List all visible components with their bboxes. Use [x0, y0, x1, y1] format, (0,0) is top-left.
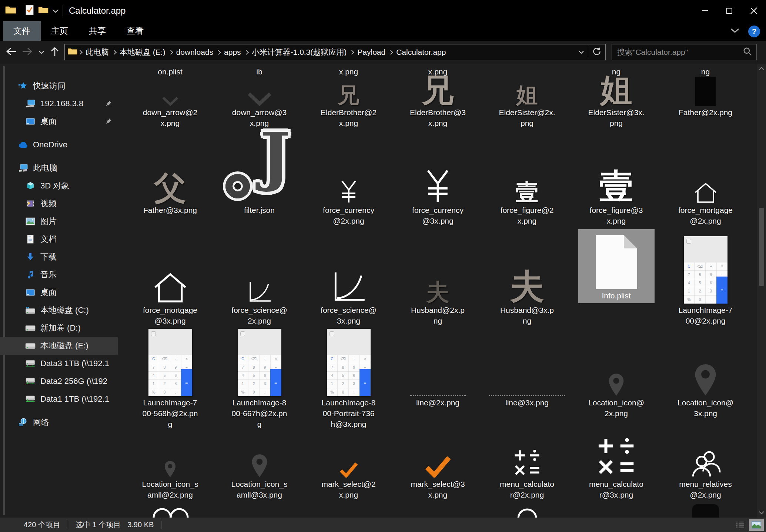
file-item[interactable] — [126, 504, 215, 518]
scroll-down-icon[interactable] — [757, 511, 766, 515]
content-scrollbar[interactable] — [757, 64, 766, 518]
file-item[interactable]: 姐ElderSister@2x.png — [482, 78, 572, 130]
sidebar-item-6[interactable]: 视频 — [0, 195, 118, 213]
sidebar-item-10[interactable]: 音乐 — [0, 266, 118, 284]
location-pin-icon — [251, 454, 268, 478]
file-item[interactable]: Location_icon@2x.png — [572, 327, 661, 436]
file-item[interactable]: 夫Husband@3x.png — [482, 227, 572, 327]
sidebar-item-13[interactable]: 新加卷 (D:) — [0, 319, 118, 337]
file-item[interactable] — [482, 504, 572, 518]
file-item[interactable]: C⌫÷×789−456+123%0. = LaunchImage-700-568… — [126, 327, 215, 436]
address-bar[interactable]: 此电脑本地磁盘 (E:)downloadsapps小米计算器-1.0.3(越狱应… — [64, 44, 606, 60]
sidebar-item-11[interactable]: 桌面 — [0, 284, 118, 301]
file-item[interactable]: Jfilter.json — [215, 130, 304, 227]
address-history-chevron-icon[interactable] — [578, 49, 584, 56]
file-item[interactable]: C⌫÷×789−456+123%0. = LaunchImage-700@2x.… — [661, 227, 750, 327]
tab-3[interactable]: 查看 — [116, 21, 154, 41]
picture-icon — [25, 217, 36, 226]
file-item[interactable]: 壹force_figure@3x.png — [572, 130, 661, 227]
sidebar-item-16[interactable]: Data2 256G (\\192 — [0, 372, 118, 390]
breadcrumb-item[interactable]: downloads — [173, 47, 217, 57]
file-item[interactable]: force_mortgage@3x.png — [126, 227, 215, 327]
file-item[interactable]: force_science@2x.png — [215, 227, 304, 327]
sidebar-item-14[interactable]: 本地磁盘 (E:) — [0, 337, 118, 355]
file-item[interactable]: C⌫÷×789−456+123%0. = LaunchImage-800-Por… — [304, 327, 393, 436]
sidebar-item-18[interactable]: 网络 — [0, 414, 118, 431]
file-item[interactable]: Location_icon_samll@2x.png — [126, 436, 215, 504]
back-button[interactable] — [6, 47, 16, 57]
file-item[interactable]: mark_select@2x.png — [304, 436, 393, 504]
sidebar-item-1[interactable]: 192.168.3.8 — [0, 95, 118, 113]
sidebar-item-0[interactable]: 快速访问 — [0, 77, 118, 95]
thumbnail-view-button[interactable] — [749, 519, 764, 531]
new-folder-icon[interactable] — [38, 6, 48, 16]
sidebar-item-8[interactable]: 文档 — [0, 230, 118, 248]
scroll-up-icon[interactable] — [757, 67, 766, 70]
up-button[interactable] — [50, 47, 59, 58]
file-item[interactable]: ng — [661, 64, 750, 78]
file-item[interactable]: Info.plist — [572, 227, 661, 327]
file-item[interactable]: force_currency@2x.png — [304, 130, 393, 227]
close-button[interactable] — [742, 0, 766, 21]
sidebar-item-4[interactable]: 此电脑 — [0, 159, 118, 177]
sidebar-item-2[interactable]: 桌面 — [0, 113, 118, 130]
sidebar-item-3[interactable]: OneDrive — [0, 136, 118, 154]
file-item[interactable]: C⌫÷×789−456+123%0. = LaunchImage-800-667… — [215, 327, 304, 436]
file-item[interactable]: line@2x.png — [393, 327, 482, 436]
sidebar-item-17[interactable]: Data1 1TB (\\192.1 — [0, 390, 118, 408]
file-item[interactable] — [661, 504, 750, 518]
file-item[interactable]: line@3x.png — [482, 327, 572, 436]
file-item[interactable]: 壹force_figure@2x.png — [482, 130, 572, 227]
file-item[interactable]: 兄ElderBrother@2x.png — [304, 78, 393, 130]
file-item[interactable]: menu_relatives@2x.png — [661, 436, 750, 504]
help-icon[interactable]: ? — [748, 26, 760, 37]
breadcrumb-item[interactable]: Calculator.app — [393, 47, 449, 57]
details-view-button[interactable] — [733, 519, 747, 531]
cjk-glyph-icon: 姐 — [601, 74, 632, 106]
file-item[interactable]: menu_calculator@3x.png — [572, 436, 661, 504]
file-item[interactable]: ib — [215, 64, 304, 78]
file-item[interactable]: 姐ElderSister@3x.png — [572, 78, 661, 130]
scrollbar-thumb[interactable] — [759, 208, 764, 286]
properties-check-icon[interactable] — [26, 5, 34, 17]
breadcrumb-item[interactable]: 本地磁盘 (E:) — [116, 46, 169, 58]
recent-locations-chevron-icon[interactable] — [39, 49, 44, 56]
file-item[interactable]: x.png — [304, 64, 393, 78]
qat-customize-chevron-icon[interactable] — [53, 7, 58, 14]
tab-0[interactable]: 文件 — [3, 21, 41, 41]
file-item[interactable]: menu_calculator@2x.png — [482, 436, 572, 504]
tab-1[interactable]: 主页 — [41, 21, 78, 41]
file-item[interactable]: 兄ElderBrother@3x.png — [393, 78, 482, 130]
minimize-button[interactable] — [693, 0, 717, 21]
sidebar-item-5[interactable]: 3D 对象 — [0, 177, 118, 195]
sidebar-item-15[interactable]: Data3 1TB (\\192.1 — [0, 355, 118, 372]
file-item[interactable]: 夫Husband@2x.png — [393, 227, 482, 327]
file-item[interactable]: 父Father@3x.png — [126, 130, 215, 227]
file-item[interactable]: down_arrow@2x.png — [126, 78, 215, 130]
sidebar-item-7[interactable]: 图片 — [0, 213, 118, 230]
file-item[interactable]: Location_icon_samll@3x.png — [215, 436, 304, 504]
file-item[interactable]: Father@2x.png — [661, 78, 750, 130]
breadcrumb-item[interactable]: apps — [221, 47, 244, 57]
file-item[interactable]: mark_select@3x.png — [393, 436, 482, 504]
search-icon[interactable] — [743, 47, 752, 57]
file-name: x.png — [339, 66, 358, 77]
expand-ribbon-chevron-icon[interactable] — [730, 28, 739, 35]
forward-button[interactable] — [22, 47, 33, 57]
file-item[interactable]: force_currency@3x.png — [393, 130, 482, 227]
breadcrumb-item[interactable]: 小米计算器-1.0.3(越狱应用) — [248, 46, 350, 58]
tab-2[interactable]: 共享 — [78, 21, 116, 41]
maximize-button[interactable] — [717, 0, 742, 21]
sidebar-item-12[interactable]: 本地磁盘 (C:) — [0, 301, 118, 319]
file-item[interactable]: force_mortgage@2x.png — [661, 130, 750, 227]
file-item[interactable]: Location_icon@3x.png — [661, 327, 750, 436]
refresh-icon[interactable] — [592, 47, 602, 58]
search-input[interactable] — [616, 47, 743, 57]
file-item[interactable]: force_science@3x.png — [304, 227, 393, 327]
file-name: force_mortgage@3x.png — [143, 305, 197, 326]
file-item[interactable]: on.plist — [126, 64, 215, 78]
breadcrumb-item[interactable]: Payload — [354, 47, 389, 57]
file-name: force_figure@3x.png — [590, 205, 643, 226]
sidebar-item-9[interactable]: 下载 — [0, 248, 118, 266]
breadcrumb-item[interactable]: 此电脑 — [82, 46, 112, 58]
